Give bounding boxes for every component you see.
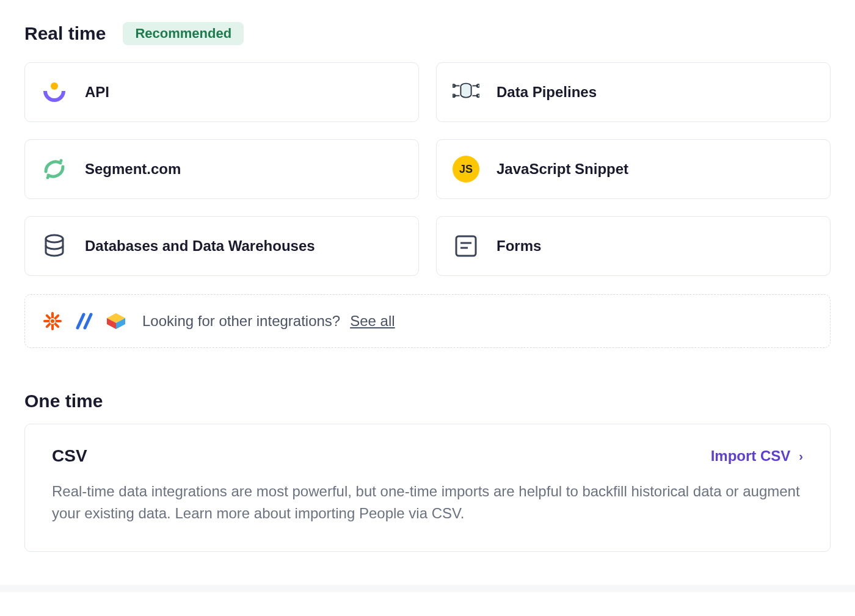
svg-point-9 bbox=[60, 159, 63, 162]
data-pipelines-icon bbox=[453, 79, 479, 106]
card-forms-label: Forms bbox=[497, 237, 541, 255]
svg-point-20 bbox=[51, 319, 54, 323]
card-forms[interactable]: Forms bbox=[436, 216, 831, 276]
card-segment[interactable]: Segment.com bbox=[24, 139, 419, 199]
import-csv-link[interactable]: Import CSV › bbox=[711, 448, 803, 465]
csv-card: CSV Import CSV › Real-time data integrat… bbox=[24, 424, 831, 552]
integrations-prompt-text: Looking for other integrations? bbox=[142, 313, 340, 330]
database-icon bbox=[41, 233, 68, 259]
card-javascript-snippet[interactable]: JS JavaScript Snippet bbox=[436, 139, 831, 199]
javascript-icon: JS bbox=[453, 156, 479, 183]
see-all-link[interactable]: See all bbox=[350, 313, 395, 330]
svg-rect-12 bbox=[456, 236, 476, 256]
csv-card-header: CSV Import CSV › bbox=[52, 446, 803, 466]
svg-point-10 bbox=[46, 176, 49, 179]
api-icon bbox=[41, 79, 68, 106]
card-databases[interactable]: Databases and Data Warehouses bbox=[24, 216, 419, 276]
realtime-cards-grid: API Data Pipelines bbox=[24, 62, 831, 276]
card-segment-label: Segment.com bbox=[85, 161, 181, 178]
onetime-section-header: One time bbox=[24, 391, 831, 411]
recommended-badge: Recommended bbox=[123, 22, 244, 45]
forms-icon bbox=[453, 233, 479, 259]
other-integrations-bar: Looking for other integrations? See all bbox=[24, 294, 831, 348]
import-csv-label: Import CSV bbox=[711, 448, 791, 465]
card-javascript-snippet-label: JavaScript Snippet bbox=[497, 161, 628, 178]
stripes-icon bbox=[74, 311, 95, 332]
card-api-label: API bbox=[85, 84, 109, 101]
integrations-icon-group bbox=[42, 311, 126, 332]
footer-divider bbox=[0, 585, 855, 592]
realtime-title: Real time bbox=[24, 23, 106, 44]
realtime-section-header: Real time Recommended bbox=[24, 22, 831, 45]
csv-description: Real-time data integrations are most pow… bbox=[52, 480, 803, 524]
zapier-icon bbox=[42, 311, 63, 332]
svg-point-11 bbox=[46, 235, 63, 242]
box-icon bbox=[106, 311, 126, 332]
card-databases-label: Databases and Data Warehouses bbox=[85, 237, 315, 255]
onetime-title: One time bbox=[24, 391, 103, 411]
card-data-pipelines[interactable]: Data Pipelines bbox=[436, 62, 831, 122]
card-api[interactable]: API bbox=[24, 62, 419, 122]
segment-icon bbox=[41, 156, 68, 183]
chevron-right-icon: › bbox=[799, 449, 803, 463]
card-data-pipelines-label: Data Pipelines bbox=[497, 84, 597, 101]
csv-title: CSV bbox=[52, 446, 87, 466]
